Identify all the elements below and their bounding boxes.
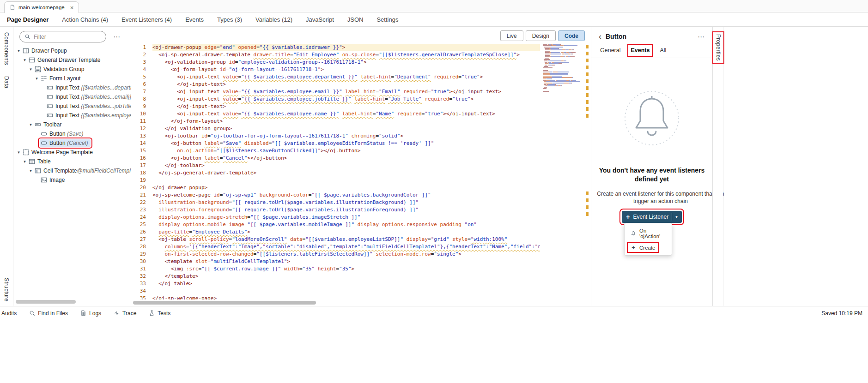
properties-menu-icon[interactable]: ⋯ [698, 33, 705, 40]
nav-tab-json[interactable]: JSON [347, 16, 364, 23]
code-line-34[interactable]: 34 [131, 287, 540, 295]
code-lines[interactable]: 1<oj-drawer-popup edge="end" opened="{{ … [131, 44, 540, 299]
code-line-12[interactable]: 12 </oj-validation-group> [131, 125, 540, 132]
code-line-4[interactable]: 4 <oj-form-layout id="oj-form-layout--16… [131, 66, 540, 73]
code-line-20[interactable]: 20</oj-drawer-popup> [131, 184, 540, 192]
code-line-19[interactable]: 19 [131, 177, 540, 184]
document-tab-main-welcomepage[interactable]: main-welcomepage × [4, 1, 79, 13]
code-line-6[interactable]: 6 </oj-input-text> [131, 81, 540, 88]
filter-input[interactable] [34, 34, 97, 40]
props-tab-all[interactable]: All [660, 47, 666, 54]
nav-tab-types-3[interactable]: Types (3) [217, 16, 242, 23]
event-listener-button[interactable]: + Event Listener ▾ [622, 211, 681, 223]
code-line-23[interactable]: 23 illustration-foreground="[[ require.t… [131, 206, 540, 214]
props-tab-general[interactable]: General [600, 47, 620, 54]
nav-tab-variables-12[interactable]: Variables (12) [255, 16, 292, 23]
chevron-left-icon[interactable]: ‹ [599, 32, 601, 41]
expand-arrow-icon[interactable]: ▾ [22, 159, 27, 164]
tree-item-input-text-variables-department[interactable]: Input Text {{$variables...department}} [13, 83, 131, 92]
rail-tab-properties[interactable]: Properties [715, 34, 722, 61]
code-line-35[interactable]: 35</oj-sp-welcome-page> [131, 295, 540, 299]
nav-tab-events[interactable]: Events [185, 16, 204, 23]
rail-tab-structure[interactable]: Structure [3, 278, 10, 301]
tree-item-table[interactable]: ▾Table [13, 157, 131, 166]
expand-arrow-icon[interactable]: ▾ [28, 67, 33, 72]
tree-item-general-drawer-template[interactable]: ▾General Drawer Template [13, 55, 131, 65]
scrollbar-thumb[interactable] [133, 301, 316, 305]
code-line-32[interactable]: 32 </template> [131, 273, 540, 280]
expand-arrow-icon[interactable]: ▾ [28, 122, 33, 127]
tree-item-input-text-variables-employee-na[interactable]: Input Text {{$variables.employee.na... [13, 111, 131, 120]
filter-input-box[interactable] [19, 31, 106, 42]
tree-item-welcome-page-template[interactable]: ▾Welcome Page Template [13, 148, 131, 157]
tree-item-validation-group[interactable]: ▾Validation Group [13, 65, 131, 74]
code-line-26[interactable]: 26 page-title="Employee Details"> [131, 228, 540, 236]
code-line-22[interactable]: 22 illustration-background="[[ require.t… [131, 199, 540, 206]
close-icon[interactable]: × [70, 5, 74, 11]
code-line-1[interactable]: 1<oj-drawer-popup edge="end" opened="{{ … [131, 44, 540, 51]
code-line-2[interactable]: 2 <oj-sp-general-drawer-template drawer-… [131, 51, 540, 59]
tree-item-image[interactable]: Image [13, 175, 131, 185]
props-tab-events[interactable]: Events [631, 47, 649, 54]
code-line-30[interactable]: 30 <template slot="multiFieldCellTemplat… [131, 258, 540, 265]
scrollbar-thumb[interactable] [16, 300, 76, 304]
view-button-design[interactable]: Design [526, 30, 556, 41]
code-line-5[interactable]: 5 <oj-input-text value="{{ $variables.em… [131, 73, 540, 81]
status-item-audits[interactable]: Audits [1, 310, 17, 317]
status-item-find-in-files[interactable]: Find in Files [29, 310, 68, 317]
panel-menu-icon[interactable]: ⋯ [113, 33, 121, 40]
tree-item-button-cancel[interactable]: Button (Cancel) [13, 138, 131, 148]
tree-horizontal-scrollbar[interactable] [15, 300, 125, 304]
expand-arrow-icon[interactable]: ▾ [22, 58, 27, 62]
code-line-8[interactable]: 8 <oj-input-text value="{{ $variables.em… [131, 96, 540, 103]
menu-item-on-ojaction[interactable]: On 'ojAction' [625, 225, 672, 242]
status-item-logs[interactable]: Logs [80, 310, 101, 317]
menu-item-create[interactable]: +Create [625, 242, 672, 253]
rail-tab-components[interactable]: Components [3, 32, 10, 65]
code-line-11[interactable]: 11 </oj-form-layout> [131, 118, 540, 125]
tree-item-form-layout[interactable]: ▾Form Layout [13, 74, 131, 83]
code-line-18[interactable]: 18 </oj-sp-general-drawer-template> [131, 169, 540, 177]
code-line-15[interactable]: 15 on-oj-action="[[$listeners.saveButton… [131, 147, 540, 155]
code-line-7[interactable]: 7 <oj-input-text value="{{ $variables.em… [131, 88, 540, 96]
status-item-trace[interactable]: Trace [114, 310, 136, 317]
code-line-29[interactable]: 29 on-first-selected-row-changed="[[$lis… [131, 251, 540, 258]
code-line-17[interactable]: 17 </oj-toolbar> [131, 162, 540, 169]
code-line-21[interactable]: 21<oj-sp-welcome-page id="oj-sp-wp1" bac… [131, 192, 540, 199]
rail-tab-data[interactable]: Data [3, 76, 10, 89]
editor-horizontal-scrollbar[interactable] [133, 301, 534, 305]
code-line-33[interactable]: 33 </oj-table> [131, 280, 540, 287]
tree-item-toolbar[interactable]: ▾Toolbar [13, 120, 131, 129]
expand-arrow-icon[interactable]: ▾ [16, 48, 21, 53]
nav-tab-event-listeners-4[interactable]: Event Listeners (4) [121, 16, 172, 23]
code-line-25[interactable]: 25 display-options.mobile-image="[[ $pag… [131, 221, 540, 228]
tree-item-input-text-variables-email[interactable]: Input Text {{$variables...email}} [13, 92, 131, 102]
tree-item-input-text-variables-jobtitle[interactable]: Input Text {{$variables...jobTitle}} [13, 102, 131, 111]
code-line-14[interactable]: 14 <oj-button label="Save" disabled="[[ … [131, 140, 540, 147]
tree-item-drawer-popup[interactable]: ▾Drawer Popup [13, 46, 131, 55]
view-button-code[interactable]: Code [558, 30, 585, 41]
tree-item-button-save[interactable]: Button (Save) [13, 129, 131, 138]
code-line-16[interactable]: 16 <oj-button label="Cancel"></oj-button… [131, 155, 540, 162]
code-line-3[interactable]: 3 <oj-validation-group id="employee-vali… [131, 59, 540, 66]
expand-arrow-icon[interactable]: ▾ [16, 150, 21, 155]
nav-tab-javascript[interactable]: JavaScript [306, 16, 334, 23]
code-line-24[interactable]: 24 display-options.image-stretch="[[ $pa… [131, 214, 540, 221]
code-line-10[interactable]: 10 <oj-input-text value="{{ $variables.e… [131, 110, 540, 118]
expand-arrow-icon[interactable]: ▾ [34, 76, 39, 81]
chevron-down-icon[interactable]: ▾ [675, 215, 678, 219]
code-line-28[interactable]: 28 columns='[{"headerText":"Image","sort… [131, 243, 540, 251]
minimap[interactable] [543, 44, 583, 92]
code-line-27[interactable]: 27 <oj-table scroll-policy="loadMoreOnSc… [131, 236, 540, 243]
expand-arrow-icon[interactable]: ▾ [28, 168, 33, 173]
code-line-9[interactable]: 9 </oj-input-text> [131, 103, 540, 110]
tree-item-cell-template-multifieldcelltemplate1[interactable]: ▾Cell Template@multiFieldCellTemplate1 [13, 166, 131, 175]
tree-row-content: General Drawer Template [28, 56, 103, 64]
view-button-live[interactable]: Live [500, 30, 523, 41]
nav-tab-page-designer[interactable]: Page Designer [7, 16, 49, 23]
code-line-13[interactable]: 13 <oj-toolbar id="oj-toolbar-for-oj-for… [131, 132, 540, 140]
status-item-tests[interactable]: Tests [149, 310, 170, 317]
nav-tab-settings[interactable]: Settings [376, 16, 398, 23]
code-line-31[interactable]: 31 <img :src="[[ $current.row.image ]]" … [131, 265, 540, 273]
nav-tab-action-chains-4[interactable]: Action Chains (4) [62, 16, 108, 23]
